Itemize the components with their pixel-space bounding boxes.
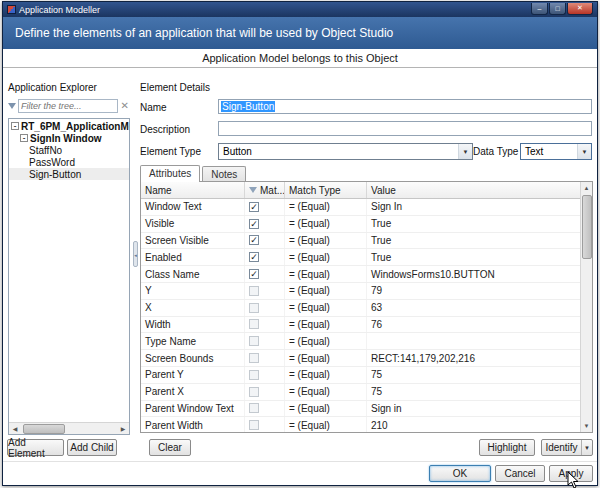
column-header-label: Value	[371, 185, 396, 196]
attribute-row[interactable]: Width= (Equal)76	[141, 317, 580, 334]
match-cell: ✓	[245, 199, 285, 215]
attribute-row[interactable]: Type Name= (Equal)	[141, 333, 580, 350]
match-cell: ✓	[245, 233, 285, 249]
match-checkbox[interactable]	[249, 403, 259, 413]
cancel-button[interactable]: Cancel	[495, 465, 545, 482]
attribute-row[interactable]: Screen Visible✓= (Equal)True	[141, 233, 580, 250]
identify-split-button[interactable]: Identify ▼	[541, 439, 593, 456]
match-type[interactable]: = (Equal)	[285, 300, 367, 316]
match-checkbox[interactable]	[249, 353, 259, 363]
match-type[interactable]: = (Equal)	[285, 199, 367, 215]
tab-attributes[interactable]: Attributes	[140, 165, 200, 182]
minimize-button[interactable]: ‒	[531, 3, 548, 15]
attribute-row[interactable]: Parent Width= (Equal)210	[141, 417, 580, 433]
match-checkbox[interactable]	[249, 286, 259, 296]
match-checkbox[interactable]: ✓	[249, 269, 259, 279]
match-checkbox[interactable]	[249, 387, 259, 397]
attributes-vertical-scrollbar[interactable]: ▲ ▼	[580, 182, 592, 432]
tab-notes[interactable]: Notes	[202, 166, 246, 182]
tree-item-signin-window[interactable]: -SignIn Window	[9, 132, 129, 144]
scroll-up-icon[interactable]: ▲	[581, 182, 593, 194]
match-type[interactable]: = (Equal)	[285, 333, 367, 349]
match-checkbox[interactable]	[249, 319, 259, 329]
tree-item-label: Sign-Button	[29, 169, 81, 180]
match-type[interactable]: = (Equal)	[285, 216, 367, 232]
attribute-row[interactable]: Y= (Equal)79	[141, 283, 580, 300]
element-type-dropdown[interactable]: Button ▼	[218, 143, 473, 160]
match-type[interactable]: = (Equal)	[285, 417, 367, 433]
scroll-left-icon[interactable]: ◀	[9, 423, 21, 435]
attribute-row[interactable]: Visible✓= (Equal)True	[141, 216, 580, 233]
attribute-row[interactable]: Parent X= (Equal)75	[141, 384, 580, 401]
match-checkbox[interactable]: ✓	[249, 202, 259, 212]
tree-filter-input[interactable]	[18, 99, 118, 113]
toolbar-row: Add Element Add Child Clear Highlight Id…	[3, 437, 597, 459]
match-checkbox[interactable]	[249, 420, 259, 430]
splitter-grip-icon[interactable]: ◂	[133, 241, 138, 267]
attribute-name: Parent Y	[141, 367, 245, 383]
window-controls: ‒ □ ✕	[531, 3, 593, 15]
match-type[interactable]: = (Equal)	[285, 266, 367, 282]
match-checkbox[interactable]: ✓	[249, 219, 259, 229]
highlight-button[interactable]: Highlight	[479, 439, 535, 456]
match-checkbox[interactable]	[249, 336, 259, 346]
column-header-value[interactable]: Value	[367, 182, 580, 198]
application-tree: -RT_6PM_ApplicationModuler-SignIn Window…	[8, 118, 130, 435]
match-checkbox[interactable]	[249, 370, 259, 380]
tree-item-label: RT_6PM_ApplicationModuler	[21, 121, 129, 132]
attribute-value: RECT:141,179,202,216	[367, 350, 580, 366]
match-checkbox[interactable]	[249, 303, 259, 313]
column-header-mat-[interactable]: Mat...	[245, 182, 285, 198]
chevron-down-icon[interactable]: ▼	[581, 440, 592, 455]
attribute-row[interactable]: Parent Window Text= (Equal)Sign in	[141, 401, 580, 418]
add-element-button[interactable]: Add Element	[7, 439, 64, 456]
name-input[interactable]: Sign-Button	[218, 99, 592, 114]
data-type-dropdown[interactable]: Text ▼	[520, 143, 592, 160]
match-cell	[245, 283, 285, 299]
attribute-name: Width	[141, 317, 245, 333]
vscroll-thumb[interactable]	[582, 195, 592, 259]
description-input[interactable]	[218, 121, 592, 136]
tree-item-sign-button[interactable]: Sign-Button	[9, 168, 129, 180]
attribute-row[interactable]: Parent Y= (Equal)75	[141, 367, 580, 384]
match-type[interactable]: = (Equal)	[285, 283, 367, 299]
clear-button[interactable]: Clear	[149, 439, 191, 456]
match-type[interactable]: = (Equal)	[285, 350, 367, 366]
tree-collapse-icon[interactable]: -	[11, 122, 19, 130]
close-button[interactable]: ✕	[567, 3, 593, 15]
match-type[interactable]: = (Equal)	[285, 233, 367, 249]
match-type[interactable]: = (Equal)	[285, 384, 367, 400]
column-header-match-type[interactable]: Match Type	[285, 182, 367, 198]
column-header-name[interactable]: Name	[141, 182, 245, 198]
hscroll-thumb[interactable]	[23, 424, 65, 434]
dialog-buttons-row: OK Cancel Apply	[3, 461, 597, 482]
title-bar[interactable]: Application Modeller ‒ □ ✕	[3, 2, 597, 17]
match-type[interactable]: = (Equal)	[285, 317, 367, 333]
ok-button[interactable]: OK	[429, 465, 491, 482]
scroll-right-icon[interactable]: ▶	[117, 423, 129, 435]
match-type[interactable]: = (Equal)	[285, 401, 367, 417]
tree-item-password[interactable]: PassWord	[9, 156, 129, 168]
attribute-row[interactable]: Window Text✓= (Equal)Sign In	[141, 199, 580, 216]
tree-item-label: SignIn Window	[30, 133, 102, 144]
match-checkbox[interactable]: ✓	[249, 252, 259, 262]
tree-item-rt-6pm-applicationmoduler[interactable]: -RT_6PM_ApplicationModuler	[9, 120, 129, 132]
attribute-row[interactable]: Class Name✓= (Equal)WindowsForms10.BUTTO…	[141, 266, 580, 283]
attribute-row[interactable]: X= (Equal)63	[141, 300, 580, 317]
tree-item-staffno[interactable]: StaffNo	[9, 144, 129, 156]
attribute-row[interactable]: Enabled✓= (Equal)True	[141, 249, 580, 266]
tree-horizontal-scrollbar[interactable]: ◀ ▶	[9, 422, 129, 434]
clear-filter-icon[interactable]: ✕	[120, 101, 130, 111]
tree-collapse-icon[interactable]: -	[20, 134, 28, 142]
add-child-button[interactable]: Add Child	[67, 439, 117, 456]
match-checkbox[interactable]: ✓	[249, 235, 259, 245]
apply-button[interactable]: Apply	[549, 465, 593, 482]
match-type[interactable]: = (Equal)	[285, 249, 367, 265]
filter-funnel-icon	[8, 103, 16, 109]
match-type[interactable]: = (Equal)	[285, 367, 367, 383]
attribute-row[interactable]: Screen Bounds= (Equal)RECT:141,179,202,2…	[141, 350, 580, 367]
panel-splitter[interactable]: ◂	[132, 82, 139, 435]
maximize-button[interactable]: □	[549, 3, 566, 15]
scroll-down-icon[interactable]: ▼	[581, 420, 593, 432]
tree-filter-row: ✕	[8, 98, 130, 114]
